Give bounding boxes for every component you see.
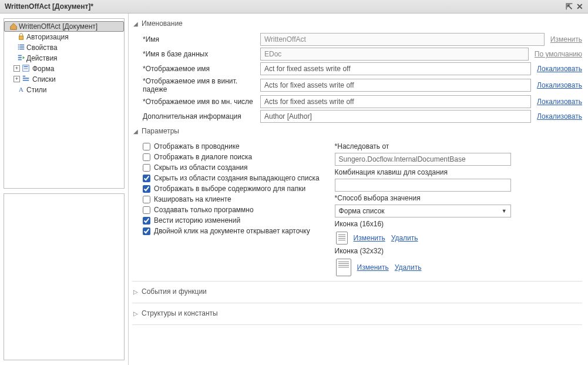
input-dbname[interactable] [260, 48, 529, 61]
input-display[interactable] [260, 62, 531, 75]
tree-toggle-icon[interactable]: + [14, 76, 20, 82]
dropdown-select-mode[interactable]: Форма список ▼ [335, 205, 511, 217]
link-localize-addinfo[interactable]: Локализовать [537, 112, 582, 120]
section-naming[interactable]: ◢ Именование [132, 17, 582, 31]
tree-item-label: Стили [26, 86, 47, 94]
section-events[interactable]: ▷ События и функции [132, 285, 582, 299]
svg-rect-3 [18, 46, 19, 48]
checkbox-c7[interactable]: Создавать только программно [143, 206, 320, 214]
svg-rect-9 [18, 59, 22, 61]
section-structs-title: Структуры и константы [142, 309, 218, 317]
checkbox-input-c9[interactable] [143, 227, 150, 235]
preview-pane [4, 193, 125, 360]
checkbox-input-c8[interactable] [143, 217, 150, 225]
checkbox-c5[interactable]: Отображать в выборе содержимого для папк… [143, 185, 320, 193]
link-localize-plural[interactable]: Локализовать [537, 98, 582, 106]
section-params[interactable]: ◢ Параметры [132, 125, 582, 139]
checkbox-c8[interactable]: Вести историю изменений [143, 216, 320, 225]
checkbox-input-c1[interactable] [143, 143, 150, 150]
link-localize-display[interactable]: Локализовать [537, 65, 582, 73]
tree-item-label: Списки [32, 75, 56, 83]
link-default-dbname[interactable]: По умолчанию [535, 50, 582, 58]
checkbox-c2[interactable]: Отображать в диалоге поиска [143, 153, 320, 161]
svg-rect-2 [19, 45, 24, 46]
svg-rect-1 [18, 45, 19, 46]
checkbox-c4[interactable]: Скрыть из области создания выпадающего с… [143, 174, 320, 182]
label-name: *Имя [143, 35, 260, 43]
dropdown-select-mode-value: Форма список [339, 207, 385, 215]
checkbox-c3[interactable]: Скрыть из области создания [143, 163, 320, 172]
caret-down-icon: ◢ [133, 21, 139, 27]
tree-item-5[interactable]: +Списки [12, 74, 124, 85]
checkbox-input-c2[interactable] [143, 153, 150, 161]
checkbox-input-c4[interactable] [143, 175, 150, 182]
link-icon16-change[interactable]: Изменить [354, 234, 385, 242]
link-icon16-delete[interactable]: Удалить [391, 234, 418, 242]
tree-item-label: WrittenOffAct [Документ] [19, 22, 98, 31]
tree-item-6[interactable]: AСтили [12, 85, 124, 95]
window-restore-button[interactable]: ⇱ [566, 2, 573, 11]
label-icon16: Иконка (16x16) [335, 220, 582, 228]
checkbox-input-c3[interactable] [143, 164, 150, 172]
checkbox-c1[interactable]: Отображать в проводнике [143, 142, 320, 150]
checkbox-label-c5: Отображать в выборе содержимого для папк… [154, 185, 305, 193]
tree-item-label: Авторизация [26, 33, 69, 41]
svg-rect-8 [18, 57, 22, 58]
tree-item-label: Действия [26, 54, 58, 62]
lock-icon [17, 32, 25, 41]
link-change-name[interactable]: Изменить [550, 35, 582, 43]
home-icon [9, 22, 18, 31]
window-close-button[interactable]: ✕ [576, 2, 583, 11]
list-icon [17, 43, 25, 51]
checkbox-input-c6[interactable] [143, 196, 150, 203]
tree-toggle-icon[interactable]: + [14, 65, 20, 72]
label-dbname: *Имя в базе данных [143, 50, 260, 58]
checkbox-label-c6: Кэшировать на клиенте [154, 195, 231, 203]
tree-item-4[interactable]: +Форма [12, 63, 124, 74]
link-icon32-delete[interactable]: Удалить [395, 263, 422, 272]
section-events-title: События и функции [142, 287, 207, 296]
icon16-preview [336, 232, 348, 245]
caret-right-icon: ▷ [133, 289, 139, 295]
input-hotkey[interactable] [335, 179, 511, 192]
tree-item-0[interactable]: WrittenOffAct [Документ] [4, 21, 124, 32]
svg-rect-15 [23, 80, 29, 81]
svg-rect-5 [18, 49, 19, 50]
window-title: WrittenOffAct [Документ]* [5, 2, 562, 11]
label-plural: *Отображаемое имя во мн. числе [143, 98, 260, 106]
svg-rect-7 [18, 55, 22, 56]
svg-rect-6 [19, 49, 24, 50]
caret-down-icon: ◢ [133, 128, 139, 135]
label-select-mode: *Способ выбора значения [335, 194, 582, 202]
style-icon: A [17, 85, 25, 93]
checkbox-input-c5[interactable] [143, 185, 150, 193]
link-icon32-change[interactable]: Изменить [357, 263, 389, 272]
input-accusative[interactable] [260, 79, 531, 92]
input-name[interactable] [260, 33, 545, 46]
checkbox-label-c4: Скрыть из области создания выпадающего с… [154, 174, 320, 182]
input-plural[interactable] [260, 95, 531, 108]
tree-item-2[interactable]: Свойства [12, 42, 124, 53]
tree-item-1[interactable]: Авторизация [12, 32, 124, 42]
form-icon [22, 64, 30, 72]
checkbox-label-c8: Вести историю изменений [154, 216, 240, 225]
checkbox-label-c9: Двойной клик на документе открывает карт… [154, 227, 310, 235]
checkbox-label-c1: Отображать в проводнике [154, 142, 240, 150]
caret-right-icon: ▷ [133, 310, 139, 317]
checkbox-label-c2: Отображать в диалоге поиска [154, 153, 252, 161]
svg-rect-13 [23, 76, 25, 77]
checkbox-c6[interactable]: Кэшировать на клиенте [143, 195, 320, 203]
section-structs[interactable]: ▷ Структуры и константы [132, 307, 582, 321]
label-accusative: *Отображаемое имя в винит. падеже [143, 77, 260, 93]
input-inherit[interactable] [335, 153, 511, 166]
tree-item-label: Свойства [26, 43, 58, 52]
icon32-preview [336, 259, 351, 276]
section-params-title: Параметры [142, 127, 179, 135]
link-localize-accusative[interactable]: Локализовать [537, 81, 582, 89]
checkbox-c9[interactable]: Двойной клик на документе открывает карт… [143, 227, 320, 235]
checkbox-label-c3: Скрыть из области создания [154, 163, 247, 172]
checkbox-input-c7[interactable] [143, 206, 150, 214]
tree-item-3[interactable]: Действия [12, 53, 124, 63]
svg-text:A: A [19, 86, 24, 93]
input-addinfo[interactable] [260, 110, 531, 123]
